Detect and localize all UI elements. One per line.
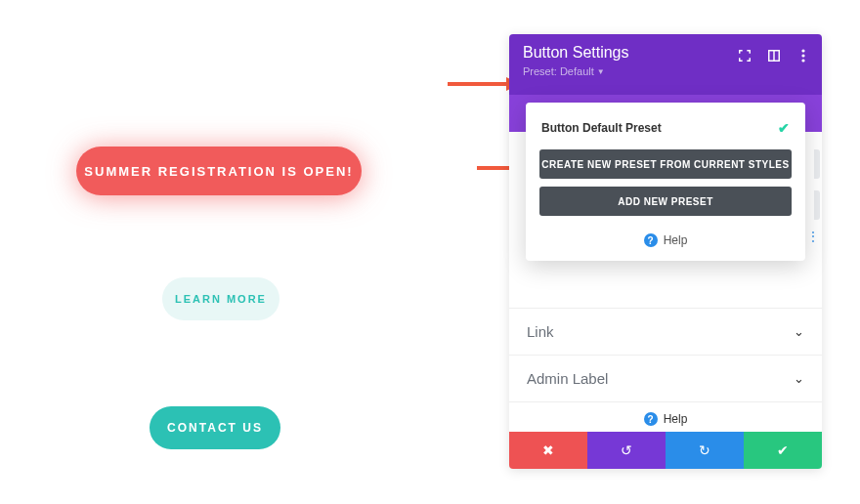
columns-icon[interactable] [765, 47, 783, 64]
learn-more-button[interactable]: LEARN MORE [162, 277, 280, 320]
close-icon: ✖ [542, 442, 554, 458]
preset-popup: Button Default Preset ✔ CREATE NEW PRESE… [526, 103, 805, 261]
panel-header: Button Settings Preset: Default ▼ [509, 34, 822, 95]
help-link[interactable]: ? Help [539, 224, 792, 247]
add-preset-button[interactable]: ADD NEW PRESET [539, 187, 792, 216]
help-icon: ? [644, 233, 658, 247]
redo-icon: ↻ [699, 442, 710, 458]
button-settings-panel: Button Settings Preset: Default ▼ ⋮ [509, 34, 822, 469]
preset-list-item[interactable]: Button Default Preset ✔ [539, 116, 792, 149]
help-label: Help [664, 412, 688, 426]
chevron-down-icon: ⌄ [794, 371, 804, 386]
chevron-down-icon: ⌄ [794, 324, 804, 339]
svg-point-2 [801, 49, 804, 52]
field-stub [814, 149, 820, 179]
button-label: CONTACT US [167, 421, 263, 435]
summer-registration-button[interactable]: SUMMER REGISTRATION IS OPEN! [76, 147, 362, 195]
create-preset-button[interactable]: CREATE NEW PRESET FROM CURRENT STYLES [539, 149, 792, 179]
preset-item-label: Button Default Preset [541, 121, 662, 135]
button-label: LEARN MORE [175, 293, 267, 305]
focus-icon[interactable] [736, 47, 753, 64]
accordion-label: Admin Label [527, 370, 608, 387]
more-options-icon[interactable]: ⋮ [807, 230, 819, 243]
button-label: SUMMER REGISTRATION IS OPEN! [84, 164, 353, 179]
undo-button[interactable]: ↺ [587, 432, 666, 469]
check-icon: ✔ [777, 442, 789, 458]
preset-dropdown-toggle[interactable]: Preset: Default ▼ [523, 65, 605, 77]
field-stub [814, 190, 820, 220]
redo-button[interactable]: ↻ [666, 432, 744, 469]
contact-us-button[interactable]: CONTACT US [150, 406, 280, 449]
svg-point-3 [801, 54, 804, 57]
help-icon: ? [644, 412, 658, 426]
preset-label: Preset: Default [523, 65, 594, 77]
check-icon: ✔ [778, 120, 790, 136]
help-label: Help [664, 233, 688, 247]
undo-icon: ↺ [621, 442, 632, 458]
save-button[interactable]: ✔ [744, 432, 822, 469]
kebab-menu-icon[interactable] [795, 47, 812, 64]
caret-down-icon: ▼ [597, 67, 605, 76]
svg-point-4 [801, 59, 804, 62]
panel-help-link[interactable]: ? Help [509, 401, 822, 432]
accordion-label: Link [527, 323, 554, 340]
cancel-button[interactable]: ✖ [509, 432, 587, 469]
accordion-link[interactable]: Link ⌄ [509, 308, 822, 355]
accordion-admin-label[interactable]: Admin Label ⌄ [509, 355, 822, 401]
panel-footer: ✖ ↺ ↻ ✔ [509, 432, 822, 469]
